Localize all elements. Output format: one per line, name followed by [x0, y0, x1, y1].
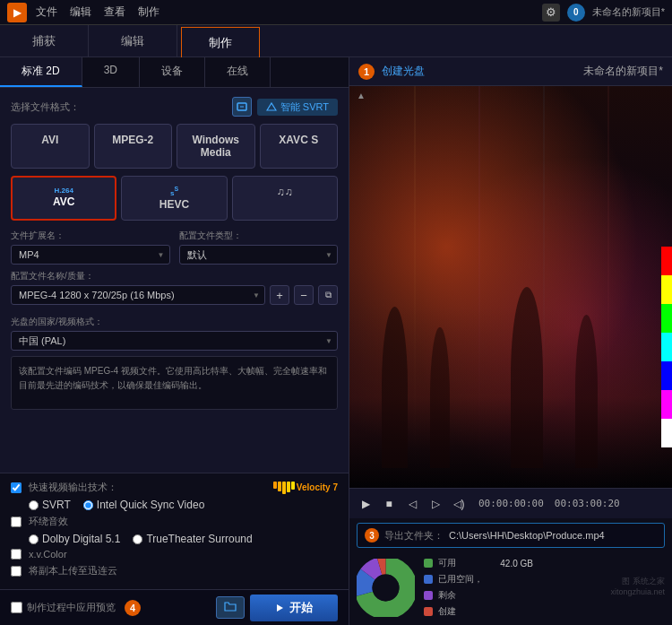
badge-4: 4 — [125, 600, 141, 616]
color-label: x.v.Color — [29, 549, 67, 560]
truetheatre-radio-label[interactable]: TrueTheater Surround — [133, 533, 252, 545]
profile-row: MPEG-4 1280 x 720/25p (16 Mbps) + − ⧉ — [11, 285, 338, 305]
format-tab-device[interactable]: 设备 — [140, 57, 205, 87]
bottom-bar: 制作过程中应用预览 4 开始 — [0, 589, 349, 625]
codec-wmv[interactable]: Windows Media — [177, 124, 255, 169]
video-frame — [349, 86, 672, 488]
format-tab-online[interactable]: 在线 — [205, 57, 271, 87]
stripe-3 — [282, 482, 286, 494]
legend-available-value: 42.0 GB — [488, 559, 533, 569]
codec-xavcs[interactable]: XAVC S — [260, 124, 339, 169]
svg-marker-3 — [277, 604, 283, 612]
dolby-radio-label[interactable]: Dolby Digital 5.1 — [29, 533, 120, 545]
notification-icon[interactable]: 0 — [567, 4, 585, 22]
audio-button[interactable]: ◁) — [450, 495, 468, 513]
format-icon[interactable] — [232, 97, 252, 117]
right-top-bar: 1 创建光盘 未命名的新项目* — [349, 57, 672, 86]
copy-profile-button[interactable]: ⧉ — [318, 285, 338, 305]
settings-icon[interactable]: ⚙ — [542, 4, 560, 22]
codec-avi[interactable]: AVI — [11, 124, 90, 169]
form-group-ext: 文件扩展名： MP4 — [11, 230, 170, 265]
format-tab-2d[interactable]: 标准 2D — [0, 57, 82, 87]
preview-label[interactable]: 制作过程中应用预览 — [11, 601, 116, 614]
country-select-wrap: 中国 (PAL) — [11, 331, 338, 351]
quicksync-label: 快速视频输出技术： — [29, 481, 117, 494]
bottom-section: 快速视频输出技术： Velocity 7 SVRT — [0, 473, 349, 589]
legend-available-label: 可用 — [438, 557, 456, 569]
color-row: x.v.Color — [11, 549, 338, 560]
watermark-area: 图 系统之家xitongzhuia.net — [610, 576, 665, 600]
export-path: C:\Users\HH\Desktop\Produce.mp4 — [449, 530, 657, 541]
format-tab-3d[interactable]: 3D — [82, 57, 140, 87]
color-stripe-cyan — [661, 333, 672, 361]
start-area: 开始 — [216, 595, 338, 621]
menu-file[interactable]: 文件 — [36, 4, 57, 20]
menu-create[interactable]: 制作 — [138, 4, 159, 20]
stop-button[interactable]: ■ — [380, 495, 398, 513]
intel-radio[interactable] — [83, 500, 93, 510]
menu-bar[interactable]: 文件 编辑 查看 制作 — [36, 4, 159, 20]
watermark-text: 图 系统之家xitongzhuia.net — [610, 576, 665, 596]
color-stripe-blue — [661, 361, 672, 390]
remove-profile-button[interactable]: − — [294, 285, 314, 305]
color-checkbox[interactable] — [11, 549, 22, 560]
next-frame-button[interactable]: ▷ — [426, 495, 444, 513]
truetheatre-radio[interactable] — [133, 534, 142, 544]
timecode-total: 00:03:00:20 — [555, 498, 620, 509]
tab-capture[interactable]: 捕获 — [0, 25, 89, 56]
start-button[interactable]: 开始 — [250, 595, 338, 621]
menu-edit[interactable]: 编辑 — [70, 4, 91, 20]
prev-frame-button[interactable]: ◁ — [403, 495, 421, 513]
legend-used: 已用空间， — [424, 573, 533, 586]
cloud-row: 将副本上传至迅连云 — [11, 564, 338, 577]
disk-legend: 可用 42.0 GB 已用空间， 剩余 创建 — [424, 557, 533, 618]
avc-prefix: H.264 — [16, 187, 111, 195]
file-ext-select[interactable]: MP4 — [11, 245, 170, 265]
create-disc-button[interactable]: 创建光盘 — [382, 64, 425, 79]
surround-row: 环绕音效 — [11, 515, 338, 528]
surround-checkbox[interactable] — [11, 516, 22, 527]
left-panel: 标准 2D 3D 设备 在线 选择文件格式： — [0, 57, 349, 625]
codec-grid-row2: H.264 AVC sS HEVC ♫♫ — [11, 176, 338, 221]
codec-mpeg2[interactable]: MPEG-2 — [94, 124, 173, 169]
export-row: 3 导出文件夹： C:\Users\HH\Desktop\Produce.mp4 — [357, 523, 665, 548]
country-select[interactable]: 中国 (PAL) — [11, 331, 338, 351]
surround-label: 环绕音效 — [29, 515, 68, 528]
velocity-stripes — [273, 482, 295, 494]
profile-type-select[interactable]: 默认 — [179, 245, 339, 265]
add-profile-button[interactable]: + — [270, 285, 289, 305]
country-label: 光盘的国家/视频格式： — [11, 316, 338, 328]
profile-select[interactable]: MPEG-4 1280 x 720/25p (16 Mbps) — [11, 285, 265, 305]
disk-pie-chart — [357, 559, 415, 617]
title-bar-right: ⚙ 0 未命名的新项目* — [542, 4, 665, 22]
svrt-radio-label[interactable]: SVRT — [29, 499, 71, 511]
legend-dot-create — [424, 607, 433, 616]
title-bar: ▶ 文件 编辑 查看 制作 ⚙ 0 未命名的新项目* — [0, 0, 672, 25]
dolby-radio[interactable] — [29, 534, 39, 544]
cloud-checkbox[interactable] — [11, 566, 22, 577]
play-button[interactable]: ▶ — [357, 495, 375, 513]
color-stripe-white — [661, 419, 672, 447]
intel-radio-label[interactable]: Intel Quick Sync Video — [83, 499, 205, 511]
video-controls: ▶ ■ ◁ ▷ ◁) 00:00:00:00 00:03:00:20 — [349, 488, 672, 518]
silhouette-4 — [575, 315, 598, 467]
velocity-text: Velocity 7 — [297, 482, 338, 492]
tab-edit[interactable]: 编辑 — [89, 25, 177, 56]
preview-checkbox[interactable] — [11, 602, 22, 613]
disk-section: 可用 42.0 GB 已用空间， 剩余 创建 — [349, 552, 672, 625]
folder-icon-btn[interactable] — [216, 596, 245, 619]
quicksync-checkbox[interactable] — [11, 482, 22, 493]
menu-view[interactable]: 查看 — [104, 4, 125, 20]
svrt-radio[interactable] — [29, 500, 39, 510]
codec-hevc[interactable]: sS HEVC — [121, 176, 227, 221]
timecode-current: 00:00:00:00 — [478, 498, 544, 509]
velocity-badge: Velocity 7 — [273, 482, 338, 494]
codec-audio[interactable]: ♫♫ — [232, 176, 338, 221]
main-navigation: 捕获 编辑 制作 — [0, 25, 672, 57]
tab-produce[interactable]: 制作 — [181, 27, 260, 58]
silhouette-1 — [382, 307, 408, 467]
codec-avc[interactable]: H.264 AVC — [11, 176, 116, 221]
format-tabs: 标准 2D 3D 设备 在线 — [0, 57, 349, 88]
form-row-ext-type: 文件扩展名： MP4 配置文件类型： 默认 — [11, 230, 338, 265]
color-stripe-yellow — [661, 275, 672, 304]
